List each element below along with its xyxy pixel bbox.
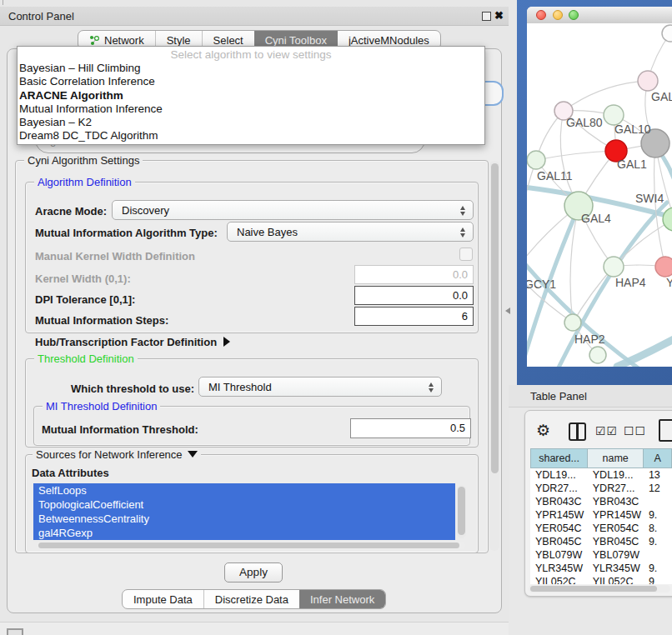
table-hscrollbar-track[interactable] (529, 585, 670, 592)
hub-definition-toggle[interactable]: Hub/Transcription Factor Definition (35, 336, 230, 348)
dpi-tolerance-label: DPI Tolerance [0,1]: (35, 293, 135, 306)
node-gal11[interactable] (527, 151, 545, 169)
mi-threshold-field[interactable]: 0.5 (350, 418, 471, 438)
manual-kernel-label: Manual Kernel Width Definition (35, 250, 195, 262)
table-row[interactable]: YPR145WYPR145W9. (530, 508, 672, 522)
attributes-hscrollbar-track[interactable] (37, 542, 465, 549)
node-hap4[interactable] (604, 257, 624, 277)
table-cell: YLR345W (530, 562, 588, 575)
algorithm-option[interactable]: Bayesian – Hill Climbing (18, 62, 484, 75)
mi-steps-field[interactable]: 6 (354, 307, 474, 326)
table-header-row: shared...nameA (530, 448, 672, 468)
document-icon[interactable] (659, 419, 672, 442)
control-panel-title: Control Panel (8, 10, 74, 22)
close-traffic-light[interactable] (536, 10, 546, 20)
table-row[interactable]: YDR27...YDR27...12 (530, 482, 672, 495)
algorithm-option[interactable]: ARACNE Algorithm (18, 89, 484, 102)
node-top-partial[interactable] (662, 25, 672, 42)
which-threshold-value: MI Threshold (208, 381, 272, 393)
table-cell: YBL079W (530, 548, 588, 562)
tab-discretize-data[interactable]: Discretize Data (203, 590, 299, 608)
mi-type-value: Naive Bayes (237, 226, 298, 238)
algorithm-dropdown-popup: Select algorithm to view settings Bayesi… (17, 46, 485, 145)
apply-button[interactable]: Apply (224, 562, 283, 582)
kernel-width-field[interactable]: 0.0 (354, 265, 474, 284)
table-row[interactable]: YBR045CYBR045C9. (530, 535, 672, 548)
table-header-cell[interactable]: shared... (530, 448, 588, 468)
dpi-tolerance-field[interactable]: 0.0 (354, 286, 474, 305)
sources-toggle[interactable]: Sources for Network Inference (33, 448, 201, 461)
table-row[interactable]: YIL052CYIL052C9 (530, 575, 672, 584)
zoom-traffic-light[interactable] (569, 10, 579, 20)
aracne-mode-label: Aracne Mode: (35, 205, 107, 218)
network-ribbon-edge (557, 202, 667, 367)
tab-impute-data[interactable]: Impute Data (123, 590, 203, 608)
algorithm-option[interactable]: Basic Correlation Inference (18, 75, 484, 88)
table-header-cell[interactable]: name (588, 448, 644, 468)
minimize-traffic-light[interactable] (553, 10, 563, 20)
table-body: YDL19...YDL19...13YDR27...YDR27...12YBR0… (530, 468, 672, 584)
algorithm-option[interactable]: Mutual Information Inference (18, 102, 484, 116)
gear-icon[interactable]: ⚙ (536, 421, 550, 439)
tab-infer-network[interactable]: Infer Network (299, 590, 385, 608)
algorithm-option[interactable]: Bayesian – K2 (18, 116, 484, 129)
algorithm-dropdown-placeholder: Select algorithm to view settings (18, 47, 484, 62)
settings-scrollbar-track[interactable] (489, 161, 499, 551)
data-attributes-label: Data Attributes (32, 467, 109, 479)
attributes-hscrollbar-thumb[interactable] (38, 542, 459, 548)
table-panel-title: Table Panel (530, 390, 587, 402)
top-divider-tick (3, 0, 3, 5)
attribute-item[interactable]: BetweennessCentrality (33, 512, 455, 526)
which-threshold-select[interactable]: MI Threshold (198, 377, 442, 397)
table-hscrollbar-thumb[interactable] (530, 586, 657, 592)
table-cell: YDL19... (530, 468, 588, 482)
aracne-mode-select[interactable]: Discovery (112, 200, 474, 220)
manual-kernel-checkbox[interactable] (459, 248, 473, 261)
network-graph[interactable]: GALGAL80GAL10GAL1GAL11SWI4GAL4GCY1HAP4YH… (527, 23, 672, 367)
table-cell: YER054C (530, 522, 588, 535)
table-cell: 8. (644, 522, 672, 535)
column-layout-icon[interactable] (569, 422, 586, 441)
table-row[interactable]: YDL19...YDL19...13 (530, 468, 672, 482)
node-swi4[interactable] (663, 208, 672, 231)
table-cell: YDR27... (588, 482, 644, 495)
table-row[interactable]: YBL079WYBL079W (530, 548, 672, 562)
table-cell: YPR145W (530, 508, 588, 522)
table-cell: 9. (644, 508, 672, 522)
float-window-icon[interactable] (482, 12, 491, 21)
network-canvas[interactable]: GALGAL80GAL10GAL1GAL11SWI4GAL4GCY1HAP4YH… (527, 23, 672, 367)
node-salmon[interactable] (655, 257, 672, 277)
attribute-item[interactable]: SelfLoops (33, 483, 455, 498)
table-row[interactable]: YLR345WYLR345W9. (530, 562, 672, 575)
table-header-cell[interactable]: A (644, 448, 672, 468)
table-cell: YIL052C (588, 575, 644, 584)
table-cell: 12 (644, 482, 672, 495)
mi-threshold-label: Mutual Information Threshold: (42, 423, 198, 436)
node-label: Y (666, 276, 672, 289)
network-window-titlebar[interactable] (527, 7, 672, 24)
node-below-hap2[interactable] (589, 347, 606, 363)
node-label: GAL4 (581, 212, 611, 225)
attributes-vscrollbar-track[interactable] (457, 485, 466, 538)
attribute-item[interactable]: gal4RGexp (33, 526, 455, 540)
node-gal-pink[interactable] (638, 71, 658, 91)
node-hap2[interactable] (564, 314, 581, 331)
close-icon[interactable]: ✖ (494, 9, 504, 22)
table-row[interactable]: YER054CYER054C8. (530, 522, 672, 535)
attributes-vscrollbar-thumb[interactable] (458, 487, 465, 535)
dock-mini-icon[interactable] (7, 628, 23, 635)
mi-type-select[interactable]: Naive Bayes (227, 222, 474, 242)
settings-scrollbar-thumb[interactable] (491, 163, 499, 473)
algorithm-option[interactable]: Dream8 DC_TDC Algorithm (18, 129, 484, 142)
tab-network-label: Network (104, 34, 144, 47)
table-row[interactable]: YBR043CYBR043C (530, 495, 672, 508)
expand-right-icon (223, 337, 230, 347)
deselect-all-checkboxes-icon[interactable]: ☐☐ (624, 424, 646, 438)
node-label: GCY1 (527, 278, 556, 291)
splitter-collapse-arrow[interactable] (505, 308, 510, 314)
select-all-checkboxes-icon[interactable]: ☑☑ (595, 424, 618, 438)
control-panel-titlebar (0, 7, 509, 26)
attribute-item[interactable]: TopologicalCoefficient (33, 498, 455, 512)
node-label: GAL10 (614, 122, 651, 136)
node-label: HAP4 (615, 276, 646, 289)
